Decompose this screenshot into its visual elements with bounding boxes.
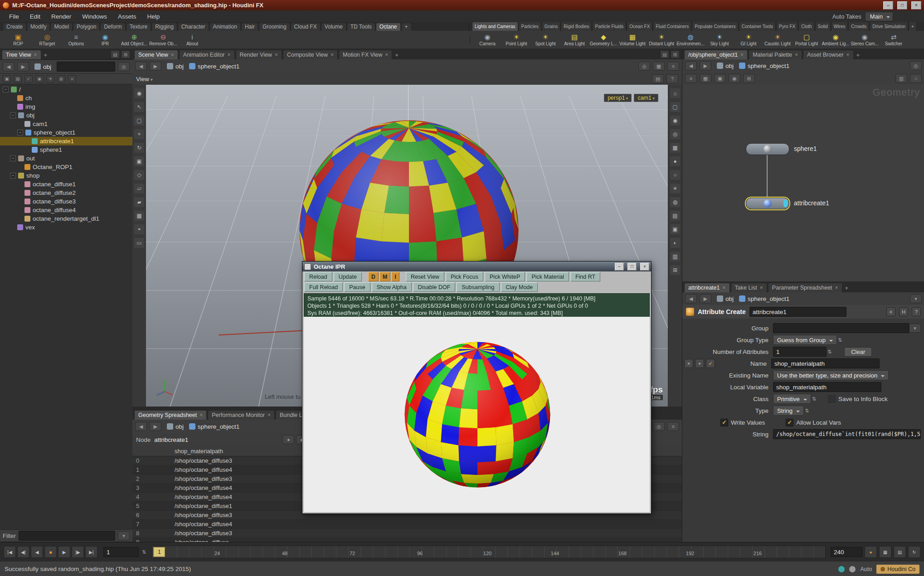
tool-sky-light[interactable]: ☀ Sky Light	[705, 32, 734, 48]
close-tab-icon[interactable]	[331, 52, 334, 58]
pane-split-icon[interactable]	[121, 50, 130, 58]
forward-icon[interactable]: ▶	[700, 61, 711, 70]
tree-expander[interactable]: −	[10, 112, 16, 118]
tree-expander[interactable]	[17, 208, 22, 213]
node-sphere1[interactable]	[746, 143, 789, 155]
pin-icon[interactable]: ◎	[910, 61, 922, 70]
tool-environment-light[interactable]: ◍ Environmen...	[676, 32, 705, 48]
enable-attribute-icon[interactable]	[706, 359, 715, 368]
path-crumb[interactable]: obj	[164, 422, 186, 431]
new-tab-button[interactable]: +	[843, 285, 851, 292]
spreadsheet-row[interactable]: 7 /shop/octane_diffuse4	[132, 520, 682, 529]
tool-portal-light[interactable]: ▢ Portal Light	[792, 32, 821, 48]
back-icon[interactable]: ◀	[135, 422, 147, 431]
tree-row[interactable]: octane_diffuse1	[0, 180, 132, 189]
move-tool-icon[interactable]: +	[134, 129, 144, 139]
pane-options-icon[interactable]: ≡	[667, 422, 679, 431]
stepper-icon[interactable]: ⇅	[811, 396, 817, 402]
shelf-tab[interactable]: Octane	[376, 23, 401, 31]
tool-add-object[interactable]: ⊕ Add Object...	[120, 32, 149, 48]
tool-gi-light[interactable]: ☀ GI Light	[734, 32, 763, 48]
close-icon[interactable]: ×	[640, 263, 649, 271]
pane-tab[interactable]: attribcreate1	[684, 283, 730, 292]
tree-expander[interactable]	[17, 165, 22, 169]
path-crumb[interactable]: obj	[714, 62, 736, 70]
home-view-icon[interactable]: ⌂	[670, 88, 680, 98]
shelf-tab[interactable]: Model	[50, 23, 73, 31]
tree-expander[interactable]	[17, 190, 22, 195]
tree-expander[interactable]: −	[3, 87, 9, 92]
select-geometry-icon[interactable]: ▢	[134, 116, 144, 126]
tree-row[interactable]: − obj	[0, 111, 132, 120]
new-tab-button[interactable]: +	[855, 52, 863, 59]
cam-selector[interactable]: cam1	[634, 94, 658, 102]
local-variable-input[interactable]: shop_materialpath	[773, 382, 881, 392]
shelf-tab[interactable]: Drive Simulation	[870, 22, 908, 31]
octane-button[interactable]: Subsampling	[457, 282, 499, 292]
end-frame-field[interactable]: 240	[831, 547, 862, 557]
menu-item[interactable]: Render	[46, 12, 77, 21]
network-grid-icon[interactable]: ▦	[700, 74, 711, 83]
close-tab-icon[interactable]	[740, 52, 744, 58]
shelf-tab[interactable]: Cloth	[798, 22, 814, 31]
shelf-tab[interactable]: Texture	[126, 23, 151, 31]
forward-icon[interactable]: ▶	[700, 294, 711, 303]
delete-attribute-icon[interactable]	[684, 359, 693, 368]
tree-row[interactable]: vex	[0, 223, 132, 232]
allow-local-vars-checkbox[interactable]	[786, 419, 793, 426]
shelf-tab[interactable]: Deform	[100, 23, 125, 31]
tree-row[interactable]: cam1	[0, 120, 132, 128]
step-forward-button[interactable]: |▶	[72, 546, 84, 558]
play-reverse-button[interactable]: ◀	[31, 546, 43, 558]
pane-tab[interactable]: Motion FX View	[339, 50, 392, 59]
back-icon[interactable]: ◀	[685, 294, 697, 303]
tree-expander[interactable]	[24, 139, 29, 144]
close-tab-icon[interactable]	[760, 285, 763, 291]
close-tab-icon[interactable]	[846, 52, 850, 58]
shelf-tab[interactable]: Container Tools	[739, 22, 776, 31]
show-flags-icon[interactable]: ✓	[24, 75, 33, 83]
list-mode-icon[interactable]: ≡	[68, 75, 76, 83]
octane-button[interactable]: Pause	[344, 282, 370, 292]
play-button[interactable]: ▶	[58, 546, 70, 558]
pane-options-icon[interactable]: ≡	[667, 62, 679, 71]
paint-tool-icon[interactable]: ▰	[134, 197, 144, 207]
octane-button[interactable]: Clay Mode	[501, 282, 538, 292]
pin-icon[interactable]: ◎	[653, 422, 665, 431]
go-end-button[interactable]: ▶|	[85, 546, 97, 558]
shelf-tab[interactable]: Polygon	[73, 23, 100, 31]
close-icon[interactable]: ×	[911, 1, 921, 10]
close-tab-icon[interactable]	[385, 52, 388, 58]
material-icon[interactable]: ◍	[670, 197, 680, 207]
existing-name-select[interactable]: Use the better type, size and precision	[773, 370, 889, 380]
select-tool-icon[interactable]: ↖	[134, 102, 144, 112]
tree-row[interactable]: − /	[0, 85, 132, 94]
lock-camera-icon[interactable]: ◎	[670, 129, 680, 139]
octane-button[interactable]: Pick Material	[526, 272, 569, 281]
octane-render-view[interactable]	[304, 317, 650, 512]
grid-icon[interactable]: ▦	[670, 143, 680, 153]
help-icon[interactable]: ?	[912, 307, 921, 316]
render-region-icon[interactable]: ▭	[134, 238, 144, 248]
pin-icon[interactable]: ◎	[638, 62, 650, 71]
tab-tree-view[interactable]: Tree View	[2, 50, 41, 59]
pane-tab[interactable]: Material Palette	[749, 50, 802, 59]
scale-tool-icon[interactable]: ▣	[134, 156, 144, 166]
octane-button[interactable]: Reset View	[406, 272, 444, 281]
network-overview-icon[interactable]: ▥	[895, 74, 907, 83]
path-crumb[interactable]: obj	[714, 295, 736, 303]
stop-button[interactable]: ■	[44, 546, 57, 558]
octane-button[interactable]: Full Reload	[304, 282, 343, 292]
snapshot-icon[interactable]: ▣	[670, 224, 680, 234]
layout-icon[interactable]: ▤	[652, 74, 664, 83]
back-icon[interactable]: ◀	[685, 61, 697, 70]
playback-options-icon[interactable]: ▦	[879, 546, 891, 558]
group-dropdown-icon[interactable]: ▾	[909, 324, 921, 333]
octane-button[interactable]: Disable DOF	[413, 282, 456, 292]
current-frame-field[interactable]: 1	[103, 547, 139, 557]
keyframe-options-icon[interactable]: ●	[865, 546, 877, 558]
tree-expander[interactable]: −	[10, 173, 16, 179]
path-crumb[interactable]: sphere_object1	[736, 62, 792, 70]
tool-rop[interactable]: ▣ ROP	[4, 32, 33, 48]
wireframe-icon[interactable]: ○	[670, 170, 680, 180]
